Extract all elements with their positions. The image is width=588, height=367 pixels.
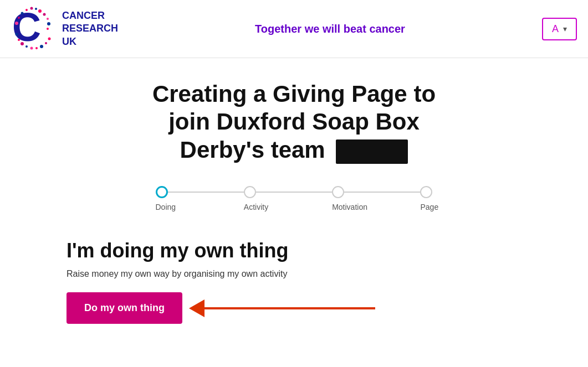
step-circle-doing [156,186,168,198]
svg-point-5 [47,28,49,30]
title-redacted-name [336,139,408,164]
svg-point-13 [18,39,20,41]
header: C CANCER RESEARCH UK Together we will [0,0,588,58]
steps-labels: Doing Activity Motivation Page [156,203,433,211]
step-circle-page [420,186,432,198]
logo-text: CANCER RESEARCH UK [62,9,118,48]
svg-point-10 [18,17,20,19]
step-circle-activity [244,186,256,198]
step-line-3 [344,192,420,193]
svg-point-11 [15,22,18,25]
cta-row: Do my own thing [67,292,375,324]
step-circle-motivation [332,186,344,198]
do-my-own-thing-button[interactable]: Do my own thing [67,292,182,324]
svg-point-20 [48,38,51,40]
step-label-page: Page [420,203,432,211]
svg-point-1 [38,9,42,13]
svg-point-4 [47,22,50,25]
svg-point-2 [43,13,46,16]
step-line-2 [256,192,332,193]
tagline: Together we will beat cancer [255,23,405,35]
step-label-activity: Activity [244,203,256,211]
svg-point-8 [25,9,28,11]
svg-point-6 [35,8,37,10]
page-title: Creating a Giving Page to join Duxford S… [152,80,436,164]
chevron-down-icon: ▾ [563,24,567,33]
cruk-logo-icon: C [11,7,55,51]
title-line3: Derby's team [180,137,325,163]
svg-point-15 [25,45,28,48]
arrow-shaft [203,307,375,309]
svg-point-7 [30,7,33,10]
step-label-doing: Doing [156,203,168,211]
svg-point-18 [40,45,43,48]
section-heading: I'm doing my own thing [67,239,289,262]
progress-steps: Doing Activity Motivation Page [156,186,433,211]
svg-point-12 [16,33,18,36]
svg-point-9 [21,12,24,15]
arrow-head-icon [189,299,204,317]
title-line2: join Duxford Soap Box [168,108,420,135]
logo-area: C CANCER RESEARCH UK [11,7,118,51]
section-description: Raise money my own way by organising my … [67,269,287,279]
arrow-indicator [189,299,375,317]
step-label-motivation: Motivation [332,203,344,211]
svg-point-17 [35,47,38,49]
title-line1: Creating a Giving Page to [152,81,436,107]
svg-point-16 [30,47,33,50]
main-content: Creating a Giving Page to join Duxford S… [0,58,588,346]
step-line-1 [168,192,244,193]
svg-point-3 [47,18,49,20]
language-selector[interactable]: A ▾ [542,18,577,40]
svg-point-14 [21,42,24,45]
steps-line [156,186,433,198]
language-icon: A [552,23,559,35]
svg-point-19 [45,42,47,44]
svg-text:C: C [12,7,41,49]
